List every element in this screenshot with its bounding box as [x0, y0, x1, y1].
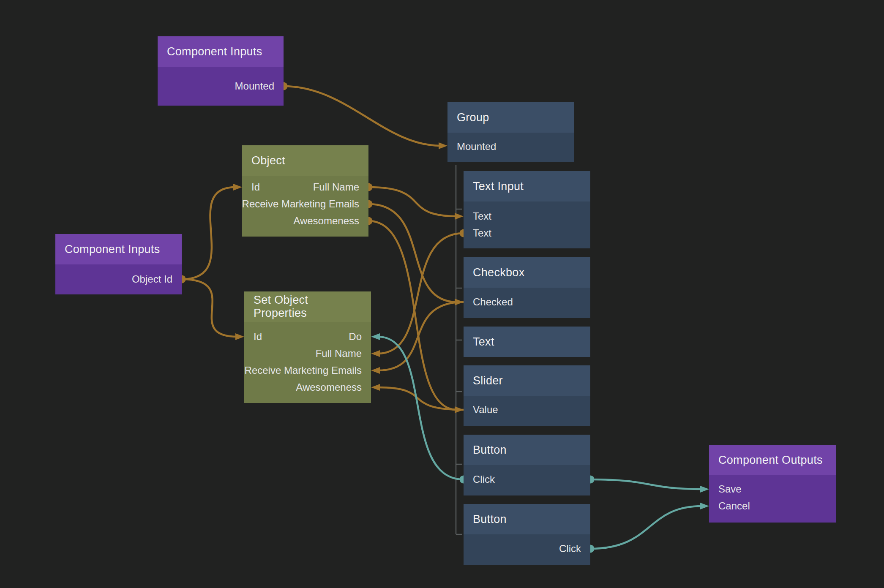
wire-arrowhead: [439, 142, 447, 149]
port-full-name[interactable]: Full Name: [316, 348, 362, 359]
wire-arrowhead: [233, 184, 242, 191]
port-awesomeness[interactable]: Awesomeness: [296, 381, 362, 393]
port-row: Object Id: [55, 271, 182, 288]
port-text-output[interactable]: Text: [473, 227, 491, 239]
port-row: Mounted: [447, 138, 574, 155]
port-id[interactable]: Id: [254, 331, 262, 343]
port-row: Id Do: [244, 328, 371, 345]
node-component-inputs-left[interactable]: Component Inputs Object Id: [55, 234, 182, 294]
port-do[interactable]: Do: [349, 331, 362, 343]
node-checkbox[interactable]: Checkbox Checked: [464, 257, 590, 318]
wire-arrowhead: [700, 486, 709, 493]
node-title: Group: [447, 102, 574, 133]
wire-button_2.click-to-component_outputs.cancel[interactable]: [590, 506, 702, 549]
port-id[interactable]: Id: [251, 181, 260, 193]
wire-arrowhead: [371, 367, 380, 374]
port-row: Cancel: [709, 498, 836, 514]
port-row: Click: [464, 540, 590, 557]
wire-arrowhead: [371, 350, 380, 357]
node-title: Text Input: [464, 171, 590, 201]
wire-ci_left.object_id-to-set_object_properties.id[interactable]: [182, 279, 237, 337]
node-title: Set Object Properties: [244, 291, 371, 322]
wire-object.receive_marketing_emails-to-checkbox.checked[interactable]: [368, 204, 457, 302]
wire-arrowhead: [455, 213, 464, 220]
node-title: Checkbox: [464, 257, 590, 288]
node-object[interactable]: Object Id Full Name Receive Marketing Em…: [242, 145, 368, 237]
node-title: Button: [464, 435, 590, 465]
node-text-input[interactable]: Text Input Text Text: [464, 171, 590, 248]
port-row: Receive Marketing Emails: [242, 196, 368, 212]
port-save[interactable]: Save: [718, 483, 742, 495]
wire-ci_left.object_id-to-object.id[interactable]: [182, 187, 235, 279]
node-title: Button: [464, 504, 590, 534]
wire-arrowhead: [371, 384, 380, 391]
port-row: Text: [464, 208, 590, 225]
port-row: Value: [464, 401, 590, 418]
port-row: Receive Marketing Emails: [244, 362, 371, 379]
port-row: Awesomeness: [244, 379, 371, 396]
node-title: Component Outputs: [709, 445, 836, 475]
port-text-input[interactable]: Text: [473, 210, 491, 222]
node-slider[interactable]: Slider Value: [464, 365, 590, 426]
node-title: Object: [242, 145, 368, 176]
port-cancel[interactable]: Cancel: [718, 500, 750, 512]
port-awesomeness[interactable]: Awesomeness: [293, 215, 359, 227]
node-button-save[interactable]: Button Click: [464, 435, 590, 495]
port-row: Save: [709, 481, 836, 498]
port-row: Awesomeness: [242, 212, 368, 229]
port-receive-marketing-emails[interactable]: Receive Marketing Emails: [245, 365, 362, 376]
node-title: Slider: [464, 365, 590, 396]
wire-arrowhead: [700, 503, 709, 509]
port-receive-marketing-emails[interactable]: Receive Marketing Emails: [242, 198, 359, 210]
wire-object.full_name-to-text_input.text_1[interactable]: [368, 187, 457, 216]
wire-arrowhead: [371, 333, 380, 340]
node-text[interactable]: Text: [464, 327, 590, 357]
port-object-id[interactable]: Object Id: [132, 273, 172, 285]
port-value[interactable]: Value: [473, 404, 498, 416]
wire-button_1.click_right-to-component_outputs.save[interactable]: [590, 479, 702, 489]
port-row: Mounted: [158, 78, 284, 95]
node-group[interactable]: Group Mounted: [447, 102, 574, 162]
node-title: Text: [464, 327, 590, 357]
wire-arrowhead: [235, 333, 244, 340]
port-click[interactable]: Click: [473, 474, 495, 485]
node-set-object-properties[interactable]: Set Object Properties Id Do Full Name Re…: [244, 291, 371, 403]
port-mounted[interactable]: Mounted: [235, 80, 274, 92]
node-button-cancel[interactable]: Button Click: [464, 504, 590, 565]
port-row: Id Full Name: [242, 179, 368, 196]
wire-ci_top.mounted-to-group.mounted[interactable]: [284, 86, 441, 146]
hierarchy-ticks: [456, 209, 462, 534]
port-row: Text: [464, 225, 590, 242]
node-title: Component Inputs: [158, 36, 284, 67]
wire-text_input.text_2-to-set_object_properties.full_name[interactable]: [378, 233, 464, 354]
port-row: Full Name: [244, 345, 371, 362]
node-title: Component Inputs: [55, 234, 182, 264]
node-graph-canvas[interactable]: Component Inputs Mounted Group Mounted O…: [0, 0, 884, 588]
wire-slider.value-to-set_object_properties.awesomeness[interactable]: [378, 387, 464, 410]
port-row: Checked: [464, 294, 590, 310]
port-mounted[interactable]: Mounted: [457, 141, 496, 152]
port-full-name[interactable]: Full Name: [313, 181, 359, 193]
wire-checkbox.checked-to-set_object_properties.receive_marketing_emails[interactable]: [378, 302, 464, 370]
port-checked[interactable]: Checked: [473, 296, 513, 308]
port-click[interactable]: Click: [559, 543, 581, 555]
node-component-outputs[interactable]: Component Outputs Save Cancel: [709, 445, 836, 523]
port-row: Click: [464, 471, 590, 488]
node-component-inputs-top[interactable]: Component Inputs Mounted: [158, 36, 284, 106]
